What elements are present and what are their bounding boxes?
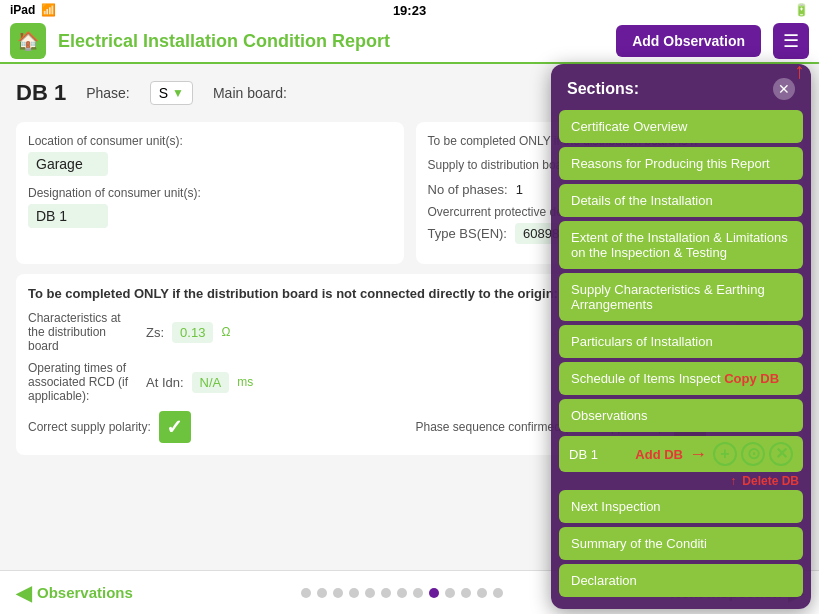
page-dot-13[interactable] xyxy=(493,588,503,598)
add-observation-button[interactable]: Add Observation xyxy=(616,25,761,57)
sections-close-button[interactable]: ✕ xyxy=(773,78,795,100)
phase-dropdown[interactable]: S ▼ xyxy=(150,81,193,105)
home-button[interactable]: 🏠 xyxy=(10,23,46,59)
section-item-observations[interactable]: Observations xyxy=(559,399,803,432)
zs-value[interactable]: 0.13 xyxy=(172,322,213,343)
section-item-summary[interactable]: Summary of the Conditi xyxy=(559,527,803,560)
at-idn-unit: ms xyxy=(237,375,253,389)
page-dot-9[interactable] xyxy=(429,588,439,598)
wifi-icon: 📶 xyxy=(41,3,56,17)
section-item-details[interactable]: Details of the Installation xyxy=(559,184,803,217)
menu-icon: ☰ xyxy=(783,30,799,52)
sections-panel: Sections: ✕ Certificate Overview Reasons… xyxy=(551,64,811,609)
dropdown-arrow-icon: ▼ xyxy=(172,86,184,100)
ipad-label: iPad xyxy=(10,3,35,17)
copy-db-label: Copy DB xyxy=(724,371,779,386)
page-dot-2[interactable] xyxy=(317,588,327,598)
zs-unit: Ω xyxy=(221,325,230,339)
section-item-extent[interactable]: Extent of the Installation & Limitations… xyxy=(559,221,803,269)
zs-label: Zs: xyxy=(146,325,164,340)
section-item-particulars[interactable]: Particulars of Installation xyxy=(559,325,803,358)
location-label: Location of consumer unit(s): xyxy=(28,134,392,148)
page-dot-10[interactable] xyxy=(445,588,455,598)
page-dot-11[interactable] xyxy=(461,588,471,598)
correct-polarity-label: Correct supply polarity: xyxy=(28,420,151,434)
db-controls: + ⊙ ✕ xyxy=(713,442,793,466)
phases-value[interactable]: 1 xyxy=(516,182,546,197)
page-dot-8[interactable] xyxy=(413,588,423,598)
menu-button[interactable]: ☰ xyxy=(773,23,809,59)
section-item-next-inspection[interactable]: Next Inspection xyxy=(559,490,803,523)
section-item-schedule[interactable]: Schedule of Items Inspect Copy DB xyxy=(559,362,803,395)
page-dot-12[interactable] xyxy=(477,588,487,598)
section-item-reasons[interactable]: Reasons for Producing this Report xyxy=(559,147,803,180)
phases-label: No of phases: xyxy=(428,182,508,197)
db-row-label: DB 1 xyxy=(569,447,629,462)
char-label: Characteristics at the distribution boar… xyxy=(28,311,138,353)
pagination-dots xyxy=(301,588,503,598)
phase-value: S xyxy=(159,85,168,101)
phase-label: Phase: xyxy=(86,85,130,101)
section-item-certificate[interactable]: Certificate Overview xyxy=(559,110,803,143)
section-item-declaration[interactable]: Declaration xyxy=(559,564,803,597)
sections-header: Sections: ✕ xyxy=(559,72,803,110)
sections-title: Sections: xyxy=(567,80,639,98)
page-dot-7[interactable] xyxy=(397,588,407,598)
section-item-supply[interactable]: Supply Characteristics & Earthing Arrang… xyxy=(559,273,803,321)
designation-label: Designation of consumer unit(s): xyxy=(28,186,392,200)
prev-button[interactable]: ◀ Observations xyxy=(16,581,133,605)
db-row[interactable]: DB 1 Add DB → + ⊙ ✕ xyxy=(559,436,803,472)
copy-db-button[interactable]: ⊙ xyxy=(741,442,765,466)
designation-value[interactable]: DB 1 xyxy=(28,204,108,228)
app-header: 🏠 Electrical Installation Condition Repo… xyxy=(0,20,819,64)
db-title: DB 1 xyxy=(16,80,66,106)
add-db-label: Add DB xyxy=(635,447,683,462)
at-idn-value[interactable]: N/A xyxy=(192,372,230,393)
add-db-button[interactable]: + xyxy=(713,442,737,466)
home-icon: 🏠 xyxy=(17,30,39,52)
menu-arrow-annotation: ↑ xyxy=(794,58,805,84)
battery-icon: 🔋 xyxy=(794,3,809,17)
page-dot-4[interactable] xyxy=(349,588,359,598)
arrow-to-add-icon: → xyxy=(689,444,707,465)
page-dot-3[interactable] xyxy=(333,588,343,598)
status-bar: iPad 📶 19:23 🔋 xyxy=(0,0,819,20)
correct-polarity-check[interactable]: ✓ xyxy=(159,411,191,443)
main-board-label: Main board: xyxy=(213,85,287,101)
page-dot-5[interactable] xyxy=(365,588,375,598)
page-dot-6[interactable] xyxy=(381,588,391,598)
location-value[interactable]: Garage xyxy=(28,152,108,176)
prev-arrow-icon: ◀ xyxy=(16,581,31,605)
left-form-section: Location of consumer unit(s): Garage Des… xyxy=(16,122,404,264)
delete-db-text: Delete DB xyxy=(742,474,799,488)
prev-label: Observations xyxy=(37,584,133,601)
delete-db-button[interactable]: ✕ xyxy=(769,442,793,466)
delete-db-label: ↑ xyxy=(730,474,736,488)
page-dot-1[interactable] xyxy=(301,588,311,598)
status-bar-left: iPad 📶 xyxy=(10,3,56,17)
type-label: Type BS(EN): xyxy=(428,226,507,241)
correct-polarity-row: Correct supply polarity: ✓ xyxy=(28,411,404,443)
operating-label: Operating times of associated RCD (if ap… xyxy=(28,361,138,403)
at-idn-label: At Idn: xyxy=(146,375,184,390)
status-bar-time: 19:23 xyxy=(393,3,426,18)
app-title: Electrical Installation Condition Report xyxy=(58,31,604,52)
